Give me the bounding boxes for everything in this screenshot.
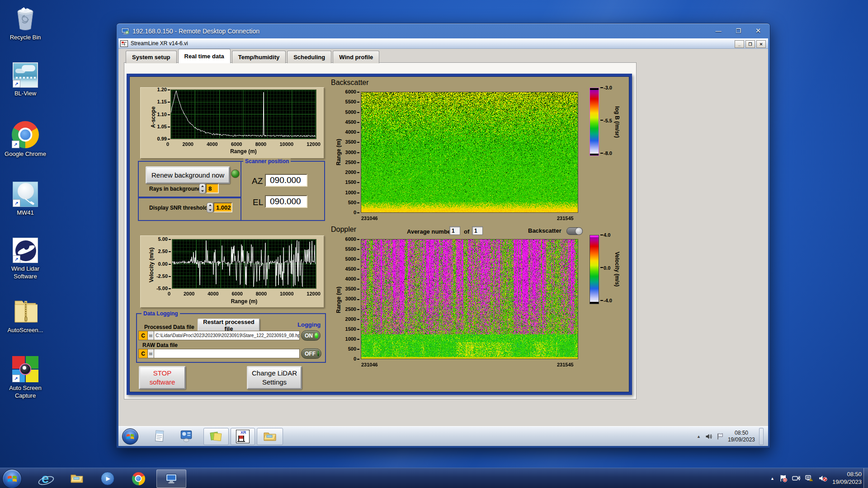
tick-label: -5.00: [156, 286, 171, 291]
rays-value-field[interactable]: 8: [206, 183, 219, 193]
shortcut-arrow-icon: ↗: [13, 199, 20, 207]
system-settings-icon[interactable]: [180, 430, 193, 444]
desktop-icon-label: BL-View: [14, 90, 36, 98]
doppler-heatmap[interactable]: [361, 239, 578, 359]
action-center-icon[interactable]: [779, 474, 787, 482]
app-minimize-button[interactable]: _: [735, 40, 744, 48]
backscatter-heatmap[interactable]: [361, 92, 578, 212]
tab-real-time-data[interactable]: Real time data: [178, 49, 231, 63]
raw-logging-toggle[interactable]: OFF: [301, 348, 321, 359]
doppler-y-axis-label: Range (m): [335, 279, 342, 321]
app-title-bar[interactable]: StreamLine XR v14-6.vi _ ❐ ✕: [118, 38, 768, 49]
chrome-icon: ↗: [12, 121, 39, 148]
app-close-button[interactable]: ✕: [756, 40, 766, 48]
xr-icon-text: XR: [241, 430, 246, 435]
tab-wind-profile[interactable]: Wind profile: [333, 51, 379, 63]
tick-label: 500: [348, 347, 359, 352]
shortcut-arrow-icon: ↗: [12, 141, 19, 148]
desktop-icon-google-chrome[interactable]: ↗ Google Chrome: [3, 121, 48, 158]
remote-clock[interactable]: 08:50 19/09/2023: [728, 430, 755, 443]
remote-start-button[interactable]: [122, 428, 138, 445]
tick-label: 4000: [345, 277, 359, 282]
start-button[interactable]: [2, 469, 22, 488]
rdp-title-bar[interactable]: 192.168.0.150 - Remote Desktop Connectio…: [117, 23, 770, 38]
desktop-icon-bl-view[interactable]: ↗ BL-View: [3, 62, 48, 98]
remote-app-button-notes[interactable]: [203, 428, 229, 445]
taskbar-chrome-icon[interactable]: [131, 471, 146, 486]
tick-label: 0: [168, 291, 170, 296]
taskbar-active-rdp-button[interactable]: [156, 469, 186, 488]
drive-letter-box[interactable]: C: [138, 349, 148, 358]
off-label: OFF: [305, 351, 316, 357]
remote-action-center-icon[interactable]: [717, 433, 724, 440]
backscatter-toggle[interactable]: [566, 227, 583, 235]
velocity-x-axis-label: Range (m): [172, 298, 316, 305]
stop-software-button[interactable]: STOP software: [139, 366, 186, 389]
average-number-field[interactable]: 1: [449, 226, 460, 235]
network-status-icon[interactable]: [805, 474, 814, 482]
az-value-field[interactable]: 090.000: [265, 174, 307, 187]
snr-value-field[interactable]: 1.002: [213, 202, 232, 212]
rays-spinner[interactable]: [199, 183, 206, 194]
raw-path-text[interactable]: [154, 349, 300, 358]
tick-label: 5.00: [158, 237, 171, 242]
tab-temp-humidity[interactable]: Temp/humidity: [232, 51, 286, 63]
average-of-field[interactable]: 1: [472, 226, 483, 235]
tray-arrow-icon[interactable]: ▲: [770, 476, 774, 481]
drive-letter-box[interactable]: C: [138, 331, 148, 340]
desktop-icon-mw41[interactable]: ↗ MW41: [3, 182, 48, 217]
remote-app-button-streamline[interactable]: XR: [231, 428, 255, 445]
desktop-icon-recycle-bin[interactable]: Recycle Bin: [3, 5, 48, 42]
rdp-app-icon: [165, 474, 177, 484]
system-tray: ▲ 08:50 19/09/2023: [770, 468, 862, 488]
processed-path-field[interactable]: C ▤ C:\Lidar\Data\Proc\2023\202309\20230…: [138, 331, 300, 340]
taskbar-explorer-icon[interactable]: [70, 471, 84, 486]
wind-lidar-icon: ↗: [13, 238, 38, 263]
remote-show-desktop-button[interactable]: [759, 428, 764, 445]
show-desktop-button[interactable]: [863, 468, 868, 488]
tick-label: 500: [348, 200, 359, 205]
processed-logging-toggle[interactable]: ON: [301, 330, 321, 341]
app-restore-button[interactable]: ❐: [745, 40, 755, 48]
taskbar-clock[interactable]: 08:50 19/09/2023: [832, 471, 862, 486]
remote-app-button-explorer[interactable]: [257, 428, 283, 445]
power-battery-icon[interactable]: [792, 474, 800, 482]
remote-clock-date: 19/09/2023: [728, 436, 755, 443]
el-value-field[interactable]: 090.000: [265, 195, 307, 208]
tick-label: -5.5: [600, 118, 612, 123]
tick-label: 6000: [231, 141, 242, 147]
taskbar-media-player-icon[interactable]: ▶: [100, 471, 115, 486]
ascope-plot[interactable]: [171, 90, 316, 139]
change-lidar-settings-button[interactable]: Change LiDAR Settings: [247, 366, 302, 389]
restart-processed-button[interactable]: Restart processed file: [198, 319, 260, 332]
tick-label: 5500: [345, 247, 359, 252]
desktop-icon-label: Google Chrome: [5, 150, 46, 158]
processed-path-text[interactable]: C:\Lidar\Data\Proc\2023\202309\20230919\…: [154, 331, 300, 340]
mw41-icon: ↗: [13, 182, 38, 207]
desktop-icon-autoscreen[interactable]: AutoScreen...: [3, 297, 48, 334]
raw-path-field[interactable]: C ▤: [138, 349, 300, 358]
file-browse-icon[interactable]: ▤: [148, 331, 154, 340]
remote-tray-arrow-icon[interactable]: ▲: [697, 434, 701, 439]
speaker-muted-icon[interactable]: [819, 474, 827, 482]
tick-label: 0.0: [600, 265, 612, 271]
velocity-plot[interactable]: [172, 239, 316, 288]
stop-software-label: STOP software: [146, 369, 178, 387]
file-browse-icon[interactable]: ▤: [148, 349, 154, 358]
renew-background-button[interactable]: Renew background now: [146, 166, 230, 184]
tab-system-setup[interactable]: System setup: [126, 51, 177, 63]
desktop-icon-auto-screen-capture[interactable]: ↗ Auto Screen Capture: [3, 356, 48, 400]
taskbar-internet-explorer-icon[interactable]: e: [38, 471, 52, 486]
tick-label: -4.0: [600, 298, 612, 303]
rdp-maximize-button[interactable]: ❐: [732, 26, 745, 35]
tab-scheduling[interactable]: Scheduling: [287, 51, 331, 63]
rdp-close-button[interactable]: ✕: [752, 26, 764, 35]
tick-label: 1000: [345, 190, 359, 195]
windows-flag-icon: [126, 433, 134, 440]
tick-label: 10000: [279, 141, 293, 147]
snr-spinner[interactable]: [207, 202, 213, 213]
rdp-minimize-button[interactable]: —: [712, 26, 725, 35]
desktop-icon-wind-lidar[interactable]: ↗ Wind Lidar Software: [3, 238, 48, 281]
notepad-icon[interactable]: [153, 430, 165, 444]
remote-speaker-icon[interactable]: [705, 433, 712, 440]
